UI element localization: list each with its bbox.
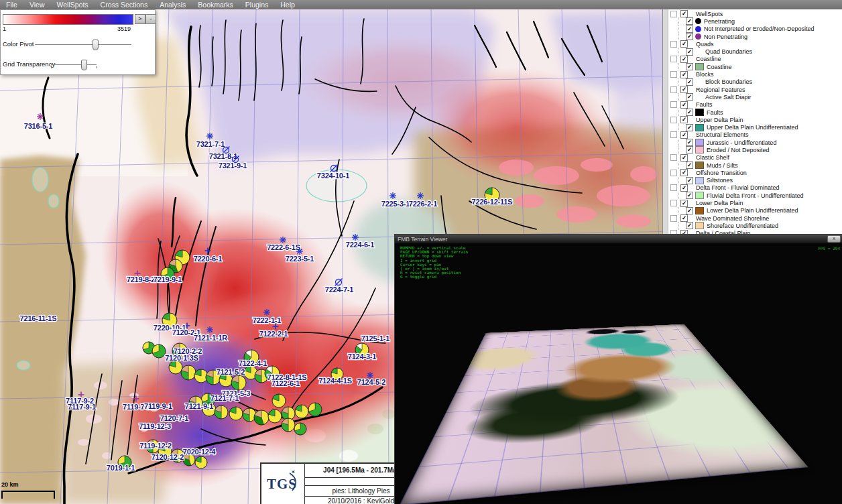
lithology-pie[interactable] xyxy=(231,375,246,390)
color-gradient-bar[interactable] xyxy=(3,14,133,25)
wellspot-7216-11-1S[interactable]: 7216-11-1S xyxy=(20,314,57,322)
expand-collapse-icon[interactable] xyxy=(670,86,677,93)
legend-checkbox[interactable]: ✓ xyxy=(680,200,688,207)
minimize-panel-button[interactable]: - xyxy=(145,14,156,24)
lithology-pie[interactable] xyxy=(243,408,256,422)
legend-checkbox[interactable]: ✓ xyxy=(680,86,688,93)
legend-checkbox[interactable]: ✓ xyxy=(686,207,693,214)
expand-collapse-icon[interactable] xyxy=(670,184,677,191)
legend-checkbox[interactable]: ✓ xyxy=(686,48,693,56)
lithology-pie[interactable] xyxy=(254,410,269,425)
legend-checkbox[interactable]: ✓ xyxy=(686,63,693,70)
wellspot-7119-12-3[interactable]: 7119-12-3 xyxy=(139,422,171,430)
color-pivot-slider[interactable] xyxy=(35,44,131,45)
wellspot-7125-1-1[interactable]: 7125-1-1 xyxy=(361,334,390,342)
legend-checkbox[interactable]: ✓ xyxy=(686,78,693,86)
expand-collapse-icon[interactable] xyxy=(670,170,677,176)
close-icon[interactable]: x xyxy=(827,235,841,243)
menu-item-analysis[interactable]: Analysis xyxy=(154,0,192,9)
tree-line xyxy=(678,25,686,33)
menu-item-help[interactable]: Help xyxy=(274,0,301,9)
menu-item-view[interactable]: View xyxy=(23,0,51,9)
legend-checkbox[interactable]: ✓ xyxy=(686,93,693,101)
wellspot-7117-9-1[interactable]: 7117-9-1 xyxy=(68,403,96,411)
wellspot-7120-12-2[interactable]: 7120-12-2 xyxy=(152,453,184,461)
lithology-pie[interactable] xyxy=(229,407,243,420)
expand-collapse-icon[interactable] xyxy=(670,11,677,17)
slider-thumb[interactable] xyxy=(81,60,87,70)
legend-checkbox[interactable]: ✓ xyxy=(680,101,688,109)
expand-collapse-icon[interactable] xyxy=(670,154,677,161)
menu-item-bookmarks[interactable]: Bookmarks xyxy=(192,0,239,9)
wellspot-7121-5-2[interactable]: 7121-5-2 xyxy=(217,368,245,376)
wellspot-7122-4-1[interactable]: 7122-4-1 xyxy=(239,359,267,367)
legend-checkbox[interactable]: ✓ xyxy=(680,56,688,63)
legend-checkbox[interactable]: ✓ xyxy=(680,214,688,222)
menu-item-cross-sections[interactable]: Cross Sections xyxy=(95,0,154,9)
expand-collapse-icon[interactable] xyxy=(670,71,677,78)
legend-checkbox[interactable]: ✓ xyxy=(680,154,688,162)
terrain-viewer-window[interactable]: FMB Terrain Viewer x NUMPAD +/- = vertic… xyxy=(394,234,842,504)
wellspot-7124-3-1[interactable]: 7124-3-1 xyxy=(348,353,377,361)
wellspot-7124-4-1S[interactable]: 7124-4-1S xyxy=(318,377,352,385)
lithology-pie[interactable] xyxy=(181,365,196,380)
wellspot-7219-9-1[interactable]: 7219-9-1 xyxy=(154,275,182,284)
lithology-pie[interactable] xyxy=(169,361,182,374)
legend-checkbox[interactable]: ✓ xyxy=(686,146,693,153)
slider-thumb[interactable] xyxy=(93,40,99,50)
wellspot-7121-1-1R[interactable]: 7121-1-1R xyxy=(194,334,227,342)
wellspot-7020-12-4[interactable]: 7020-12-4 xyxy=(183,447,217,456)
legend-checkbox[interactable]: ✓ xyxy=(680,10,688,17)
lithology-pie[interactable] xyxy=(308,403,322,416)
expand-collapse-icon[interactable] xyxy=(670,101,677,108)
legend-checkbox[interactable]: ✓ xyxy=(686,33,693,40)
lithology-pie[interactable] xyxy=(295,405,308,418)
legend-checkbox[interactable]: ✓ xyxy=(686,162,693,169)
grid-transparency-slider[interactable] xyxy=(51,64,97,65)
expand-collapse-icon[interactable] xyxy=(670,200,677,206)
menu-item-file[interactable]: File xyxy=(0,0,23,9)
legend-checkbox[interactable]: ✓ xyxy=(680,131,688,139)
wellspot-7019-1-1[interactable]: 7019-1-1 xyxy=(107,464,135,472)
legend-checkbox[interactable]: ✓ xyxy=(686,139,693,146)
terrain-3d-plane[interactable] xyxy=(400,324,808,504)
legend-checkbox[interactable]: ✓ xyxy=(686,109,693,116)
legend-checkbox[interactable]: ✓ xyxy=(680,184,688,192)
legend-checkbox[interactable]: ✓ xyxy=(686,222,693,229)
legend-checkbox[interactable]: ✓ xyxy=(686,17,693,25)
expand-collapse-icon[interactable] xyxy=(670,215,677,222)
wellspot-7120-1-3S[interactable]: 7120-1-3S xyxy=(165,354,198,362)
lithology-pie[interactable] xyxy=(195,456,207,468)
expand-collapse-icon[interactable] xyxy=(670,117,677,123)
expand-panel-button[interactable]: > xyxy=(135,14,145,24)
wellspot-7121-7-1[interactable]: 7121-7-1 xyxy=(210,394,239,402)
expand-collapse-icon[interactable] xyxy=(670,41,677,48)
legend-checkbox[interactable]: ✓ xyxy=(686,192,693,199)
wellspot-7226-12-11S[interactable]: 7226-12-11S xyxy=(472,198,513,206)
terrain-viewer-titlebar[interactable]: FMB Terrain Viewer x xyxy=(395,235,842,243)
wellspot-7119-12-2[interactable]: 7119-12-2 xyxy=(139,442,172,450)
legend-checkbox[interactable]: ✓ xyxy=(686,124,693,131)
menu-item-wellspots[interactable]: WellSpots xyxy=(51,0,95,9)
lithology-pie[interactable] xyxy=(152,344,166,358)
legend-scrollbar[interactable] xyxy=(663,9,668,237)
lithology-pie[interactable] xyxy=(215,405,228,419)
menu-item-plugins[interactable]: Plugins xyxy=(239,0,274,9)
wellspot-7122-6-1[interactable]: 7122-6-1 xyxy=(272,379,300,387)
legend-checkbox[interactable]: ✓ xyxy=(680,71,688,78)
well-label: 7324-10-1 xyxy=(317,172,349,180)
legend-checkbox[interactable]: ✓ xyxy=(686,25,693,33)
wellspot-7120-7-1[interactable]: 7120-7-1 xyxy=(160,414,189,422)
lithology-pie[interactable] xyxy=(268,410,282,423)
expand-collapse-icon[interactable] xyxy=(670,131,677,138)
legend-checkbox[interactable]: ✓ xyxy=(686,177,693,184)
legend-checkbox[interactable]: ✓ xyxy=(680,40,688,48)
legend-checkbox[interactable]: ✓ xyxy=(680,116,688,123)
wellspot-7119-9-1[interactable]: 7119-9-1 xyxy=(144,402,172,410)
legend-checkbox[interactable]: ✓ xyxy=(680,169,688,176)
expand-collapse-icon[interactable] xyxy=(670,56,677,62)
lithology-pie[interactable] xyxy=(294,423,306,435)
lithology-pie[interactable] xyxy=(272,394,286,407)
wellspot-7121-9-1[interactable]: 7121-9-1 xyxy=(185,402,214,410)
lithology-pie[interactable] xyxy=(282,418,295,432)
